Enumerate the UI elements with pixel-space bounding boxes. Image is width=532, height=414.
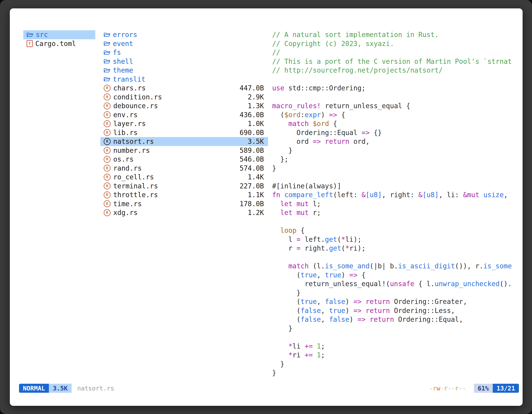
item-name: os.rs — [113, 155, 133, 163]
row-condition.rs[interactable]: Rcondition.rs2.9K — [100, 93, 268, 102]
code-line: *ri += 1; — [272, 351, 517, 360]
row-time.rs[interactable]: Rtime.rs178.0B — [100, 199, 268, 208]
rust-file-icon: R — [104, 192, 111, 198]
item-name: fs — [113, 48, 121, 57]
code-line: // — [272, 48, 517, 57]
rust-file-icon: R — [104, 120, 111, 127]
code-line: (true, false) => return Ordering::Greate… — [272, 297, 517, 306]
code-line: }; — [272, 155, 517, 164]
item-size: 2.9K — [248, 93, 264, 101]
code-line: use std::cmp::Ordering; — [272, 84, 517, 93]
item-name: event — [113, 40, 133, 48]
rust-file-icon: R — [104, 94, 111, 100]
code-line: (true, true) => { — [272, 271, 517, 279]
row-layer.rs[interactable]: Rlayer.rs1.0K — [100, 119, 268, 128]
code-line: match $ord { — [272, 119, 517, 128]
row-throttle.rs[interactable]: Rthrottle.rs1.1K — [100, 191, 268, 199]
row-lib.rs[interactable]: Rlib.rs690.0B — [100, 128, 268, 137]
rust-file-icon: R — [104, 200, 111, 207]
file-size-badge: 3.5K — [49, 384, 71, 393]
folder-icon — [104, 76, 110, 82]
code-line — [272, 253, 517, 262]
item-size: 574.0B — [240, 164, 264, 172]
rust-file-icon: R — [104, 183, 111, 189]
code-line: #[inline(always)] — [272, 182, 517, 191]
cursor-position-badge: 13/21 — [493, 384, 519, 393]
item-name: time.rs — [113, 200, 142, 208]
rust-file-icon: R — [104, 138, 111, 145]
current-pane: errorseventfsshellthemetranslitRchars.rs… — [100, 30, 268, 217]
code-line — [272, 93, 517, 102]
row-theme[interactable]: theme — [100, 66, 268, 75]
row-natsort.rs[interactable]: Rnatsort.rs3.5K — [100, 137, 268, 146]
row-src[interactable]: src — [23, 30, 95, 39]
folder-icon — [104, 58, 110, 64]
item-name: env.rs — [113, 111, 138, 119]
item-name: throttle.rs — [113, 191, 158, 199]
row-rand.rs[interactable]: Rrand.rs574.0B — [100, 164, 268, 173]
rust-file-icon: R — [104, 165, 111, 172]
code-line: fn compare_left(left: &[u8], right: &[u8… — [272, 191, 517, 199]
item-name: condition.rs — [113, 93, 162, 101]
code-line: // A natural sort implementation in Rust… — [272, 30, 517, 39]
row-chars.rs[interactable]: Rchars.rs447.0B — [100, 84, 268, 93]
status-bar: NORMAL 3.5K natsort.rs -rw-r--r-- 61% 13… — [19, 384, 519, 393]
code-line: let mut r; — [272, 208, 517, 217]
folder-icon — [104, 32, 110, 38]
row-xdg.rs[interactable]: Rxdg.rs1.2K — [100, 208, 268, 217]
item-name: terminal.rs — [113, 182, 158, 190]
folder-icon — [27, 32, 33, 38]
item-name: lib.rs — [113, 129, 138, 137]
code-line: let mut l; — [272, 199, 517, 208]
row-fs[interactable]: fs — [100, 48, 268, 57]
status-filename: natsort.rs — [77, 385, 114, 392]
row-os.rs[interactable]: Ros.rs546.0B — [100, 155, 268, 164]
folder-icon — [104, 40, 110, 47]
code-line: // Copyright (c) 2023, sxyazi. — [272, 39, 517, 48]
code-line: } — [272, 360, 517, 369]
row-translit[interactable]: translit — [100, 75, 268, 84]
item-name: xdg.rs — [113, 209, 138, 217]
code-line — [272, 333, 517, 342]
preview-pane[interactable]: // A natural sort implementation in Rust… — [272, 30, 517, 379]
row-number.rs[interactable]: Rnumber.rs589.0B — [100, 146, 268, 155]
item-name: chars.rs — [113, 84, 146, 92]
row-shell[interactable]: shell — [100, 57, 268, 66]
item-name: natsort.rs — [113, 137, 154, 145]
row-env.rs[interactable]: Renv.rs436.0B — [100, 110, 268, 119]
item-size: 1.0K — [248, 120, 264, 128]
item-size: 690.0B — [240, 129, 264, 137]
item-name: src — [36, 31, 48, 39]
code-line: } — [272, 289, 517, 298]
parent-pane: srcTCargo.toml — [23, 30, 95, 48]
row-Cargo.toml[interactable]: TCargo.toml — [23, 39, 95, 48]
item-size: 447.0B — [240, 84, 264, 92]
item-size: 1.2K — [248, 209, 264, 217]
rust-file-icon: R — [104, 111, 111, 118]
item-name: debounce.rs — [113, 102, 158, 110]
code-line: return_unless_equal!(unsafe { l.unwrap_u… — [272, 279, 517, 289]
code-line — [272, 75, 517, 84]
code-line: *li += 1; — [272, 342, 517, 351]
code-line: l = left.get(*li); — [272, 235, 517, 244]
row-terminal.rs[interactable]: Rterminal.rs227.0B — [100, 182, 268, 191]
code-line — [272, 173, 517, 182]
code-line: } — [272, 368, 517, 377]
row-errors[interactable]: errors — [100, 30, 268, 39]
row-event[interactable]: event — [100, 39, 268, 48]
code-line — [272, 217, 517, 226]
row-ro_cell.rs[interactable]: Rro_cell.rs1.4K — [100, 173, 268, 182]
item-size: 1.4K — [248, 173, 264, 181]
item-name: Cargo.toml — [35, 40, 76, 48]
row-debounce.rs[interactable]: Rdebounce.rs1.3K — [100, 101, 268, 110]
item-name: errors — [113, 31, 137, 39]
folder-icon — [104, 67, 110, 73]
rust-file-icon: R — [104, 209, 111, 216]
code-line: Ordering::Equal => {} — [272, 128, 517, 137]
code-line: ($ord:expr) => { — [272, 110, 517, 119]
item-size: 1.1K — [248, 191, 264, 199]
item-size: 589.0B — [240, 146, 264, 154]
code-line: // This is a port of the C version of Ma… — [272, 57, 517, 66]
code-line: ord => return ord, — [272, 137, 517, 146]
rust-file-icon: R — [104, 156, 111, 163]
